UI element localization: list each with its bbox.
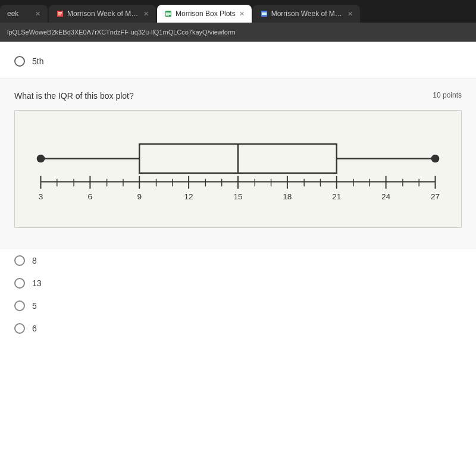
radio-6[interactable] (14, 323, 25, 334)
tab-4[interactable]: Morrison Week of May 4 ✕ (253, 5, 360, 23)
tab-3-close[interactable]: ✕ (239, 10, 245, 18)
question-text: What is the IQR of this box plot? (14, 91, 134, 101)
tab-3[interactable]: Morrison Box Plots ✕ (157, 5, 252, 23)
svg-rect-7 (166, 14, 171, 15)
answer-6-label: 6 (32, 324, 37, 333)
svg-rect-11 (262, 13, 267, 14)
svg-rect-6 (166, 13, 171, 14)
tab-1[interactable]: eek ✕ (0, 5, 48, 23)
tab-1-label: eek (7, 10, 32, 18)
svg-text:21: 21 (332, 192, 341, 201)
question-header: What is the IQR of this box plot? 10 poi… (14, 91, 462, 101)
svg-rect-8 (166, 15, 169, 16)
tab-3-icon (164, 10, 173, 18)
tab-2-label: Morrison Week of May 4 (67, 10, 140, 18)
tab-2-icon (56, 10, 64, 18)
question-section: What is the IQR of this box plot? 10 poi… (0, 79, 476, 249)
answer-5-label: 5 (32, 301, 37, 311)
address-bar: lpQLSeWoweB2kEBd3XE0A7rXCTndzFF-uq32u-ll… (0, 23, 476, 42)
answer-option-5[interactable]: 5 (14, 295, 462, 317)
tab-2[interactable]: Morrison Week of May 4 ✕ (49, 5, 156, 23)
svg-text:6: 6 (88, 192, 93, 201)
svg-rect-1 (58, 12, 62, 13)
tab-4-label: Morrison Week of May 4 (271, 10, 344, 18)
svg-text:3: 3 (39, 192, 43, 201)
svg-text:27: 27 (431, 192, 440, 201)
previous-answer-label: 5th (32, 57, 43, 66)
svg-rect-3 (58, 15, 61, 15)
previous-answer-radio[interactable] (14, 56, 25, 67)
browser-chrome: eek ✕ Morrison Week of May 4 ✕ Morrison … (0, 0, 476, 42)
tab-1-close[interactable]: ✕ (35, 10, 40, 18)
answer-8-label: 8 (32, 256, 37, 265)
svg-text:15: 15 (233, 192, 243, 201)
previous-answer-section: 5th (0, 42, 476, 79)
svg-text:12: 12 (184, 192, 193, 201)
radio-8[interactable] (14, 255, 25, 266)
previous-answer-option[interactable]: 5th (14, 51, 462, 71)
radio-13[interactable] (14, 278, 25, 289)
tab-4-icon (260, 10, 268, 18)
answer-13-label: 13 (32, 278, 42, 288)
url-text: lpQLSeWoweB2kEBd3XE0A7rXCTndzFF-uq32u-ll… (7, 29, 236, 36)
radio-5[interactable] (14, 300, 25, 311)
points-label: 10 points (433, 91, 462, 99)
svg-rect-5 (166, 12, 171, 12)
svg-point-52 (37, 155, 45, 163)
answer-options: 8 13 5 6 (0, 249, 476, 340)
svg-rect-12 (262, 14, 267, 15)
svg-point-53 (431, 155, 440, 163)
tab-3-label: Morrison Box Plots (176, 10, 236, 18)
answer-option-6[interactable]: 6 (14, 317, 462, 340)
tab-4-close[interactable]: ✕ (347, 10, 353, 18)
answer-option-8[interactable]: 8 (14, 249, 462, 272)
tab-2-close[interactable]: ✕ (143, 10, 149, 18)
svg-text:9: 9 (137, 192, 142, 201)
answer-option-13[interactable]: 13 (14, 272, 462, 295)
page-content: 5th What is the IQR of this box plot? 10… (0, 42, 476, 476)
tab-bar: eek ✕ Morrison Week of May 4 ✕ Morrison … (0, 0, 476, 23)
box-plot-container: 3 6 9 12 15 18 21 24 27 (14, 110, 462, 228)
box-plot-svg: 3 6 9 12 15 18 21 24 27 (29, 123, 447, 218)
svg-text:24: 24 (381, 192, 391, 201)
svg-text:18: 18 (283, 192, 292, 201)
svg-rect-10 (262, 12, 267, 12)
svg-rect-2 (58, 14, 62, 14)
